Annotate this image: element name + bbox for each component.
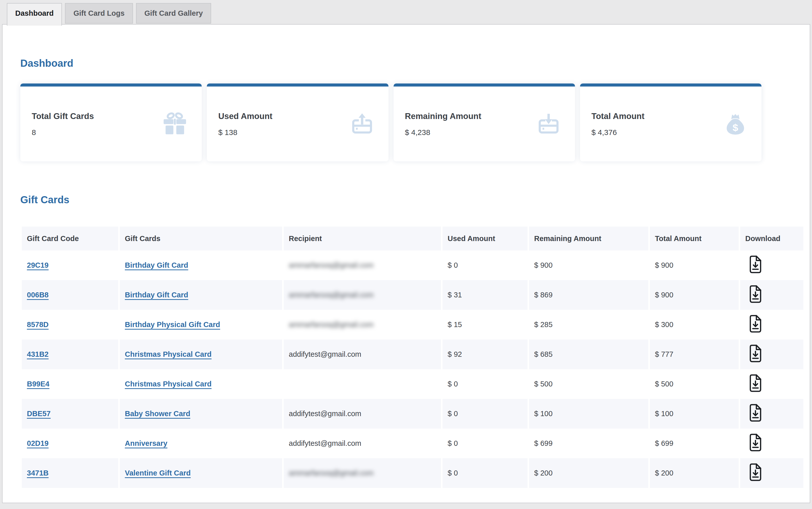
tab-gift-card-logs[interactable]: Gift Card Logs <box>65 3 133 24</box>
gift-card-name-link[interactable]: Baby Shower Card <box>125 410 190 418</box>
total-amount-cell: $ 900 <box>650 250 739 280</box>
gift-cards-table-body: 29C19Birthday Gift Cardammarfarooq@gmail… <box>22 250 803 488</box>
download-icon[interactable] <box>745 374 763 393</box>
recipient-email: ammarfarooq@gmail.com <box>289 320 374 329</box>
gift-card-code-link[interactable]: DBE57 <box>27 410 51 418</box>
gift-cards-heading: Gift Cards <box>3 195 810 205</box>
card-value: $ 4,238 <box>405 128 481 137</box>
used-amount-cell: $ 0 <box>443 250 528 280</box>
total-amount-cell: $ 200 <box>650 458 739 488</box>
table-row: 006B8Birthday Gift Cardammarfarooq@gmail… <box>22 280 803 310</box>
remaining-amount-cell: $ 500 <box>529 369 648 399</box>
download-icon[interactable] <box>745 344 763 363</box>
stat-card-used-amount: Used Amount $ 138 <box>207 83 388 161</box>
remaining-amount-cell: $ 685 <box>529 340 648 369</box>
gift-card-code-cell: DBE57 <box>22 399 118 429</box>
download-icon[interactable] <box>745 463 763 482</box>
col-header-recipient: Recipient <box>284 227 441 250</box>
gift-card-code-link[interactable]: 02D19 <box>27 439 48 447</box>
gift-card-code-cell: B99E4 <box>22 369 118 399</box>
gift-card-name-link[interactable]: Christmas Physical Card <box>125 380 212 388</box>
gift-card-code-link[interactable]: 431B2 <box>27 350 48 358</box>
used-amount-cell: $ 15 <box>443 310 528 340</box>
gift-card-name-link[interactable]: Anniversary <box>125 439 167 447</box>
gift-card-name-cell: Birthday Gift Card <box>120 280 282 310</box>
card-accent-bar <box>207 83 388 87</box>
gift-card-name-cell: Christmas Physical Card <box>120 340 282 369</box>
tab-gift-card-gallery[interactable]: Gift Card Gallery <box>136 3 211 24</box>
svg-text:$: $ <box>733 122 738 133</box>
recipient-email: ammarfarooq@gmail.com <box>289 469 374 477</box>
card-accent-bar <box>394 83 575 87</box>
gift-card-name-link[interactable]: Birthday Gift Card <box>125 261 188 269</box>
gift-card-code-link[interactable]: 006B8 <box>27 291 48 299</box>
stat-cards: Total Gift Cards 8 <box>20 83 762 161</box>
card-title: Total Amount <box>591 111 645 121</box>
gift-card-code-cell: 431B2 <box>22 340 118 369</box>
recipient-email: ammarfarooq@gmail.com <box>289 291 374 299</box>
remaining-amount-cell: $ 285 <box>529 310 648 340</box>
card-accent-bar <box>580 83 762 87</box>
stat-card-total-amount: Total Amount $ 4,376 $ <box>580 83 762 161</box>
table-row: 29C19Birthday Gift Cardammarfarooq@gmail… <box>22 250 803 280</box>
gift-cards-table: Gift Card Code Gift Cards Recipient Used… <box>20 227 805 488</box>
download-icon[interactable] <box>745 403 763 422</box>
download-cell <box>740 369 803 399</box>
total-amount-cell: $ 699 <box>650 429 739 458</box>
table-row: B99E4Christmas Physical Card$ 0$ 500$ 50… <box>22 369 803 399</box>
recipient-cell: addifytest@gmail.com <box>284 340 441 369</box>
recipient-cell <box>284 369 441 399</box>
card-value: $ 138 <box>218 128 272 137</box>
download-icon[interactable] <box>745 314 763 333</box>
gift-card-code-link[interactable]: 3471B <box>27 469 48 477</box>
card-title: Used Amount <box>218 111 272 121</box>
col-header-gift-cards: Gift Cards <box>120 227 282 250</box>
card-title: Total Gift Cards <box>32 111 94 121</box>
recipient-email: addifytest@gmail.com <box>289 350 361 358</box>
content-panel: Dashboard Total Gift Cards 8 <box>2 24 810 503</box>
recipient-email: addifytest@gmail.com <box>289 439 361 447</box>
recipient-cell: ammarfarooq@gmail.com <box>284 458 441 488</box>
gift-card-name-link[interactable]: Christmas Physical Card <box>125 350 212 358</box>
tab-dashboard[interactable]: Dashboard <box>7 3 62 26</box>
stat-card-total-gift-cards: Total Gift Cards 8 <box>20 83 202 161</box>
download-cell <box>740 340 803 369</box>
used-amount-cell: $ 31 <box>443 280 528 310</box>
total-amount-cell: $ 900 <box>650 280 739 310</box>
recipient-cell: addifytest@gmail.com <box>284 399 441 429</box>
box-arrow-down-icon <box>537 112 560 136</box>
table-row: DBE57Baby Shower Cardaddifytest@gmail.co… <box>22 399 803 429</box>
used-amount-cell: $ 0 <box>443 429 528 458</box>
recipient-email: addifytest@gmail.com <box>289 410 361 418</box>
stat-card-remaining-amount: Remaining Amount $ 4,238 <box>394 83 575 161</box>
dashboard-heading: Dashboard <box>3 25 810 68</box>
card-title: Remaining Amount <box>405 111 481 121</box>
used-amount-cell: $ 92 <box>443 340 528 369</box>
used-amount-cell: $ 0 <box>443 399 528 429</box>
recipient-cell: ammarfarooq@gmail.com <box>284 280 441 310</box>
gift-card-name-cell: Christmas Physical Card <box>120 369 282 399</box>
download-cell <box>740 280 803 310</box>
recipient-email: ammarfarooq@gmail.com <box>289 261 374 269</box>
gift-card-code-link[interactable]: 29C19 <box>27 261 48 269</box>
download-cell <box>740 250 803 280</box>
gift-card-code-link[interactable]: 8578D <box>27 320 48 329</box>
remaining-amount-cell: $ 100 <box>529 399 648 429</box>
gift-card-code-link[interactable]: B99E4 <box>27 380 49 388</box>
money-bag-icon: $ <box>724 113 747 135</box>
download-cell <box>740 429 803 458</box>
gift-card-name-link[interactable]: Birthday Physical Gift Card <box>125 320 220 329</box>
download-cell <box>740 310 803 340</box>
download-icon[interactable] <box>745 433 763 452</box>
tab-bar: DashboardGift Card LogsGift Card Gallery <box>0 0 812 21</box>
download-icon[interactable] <box>745 285 763 303</box>
total-amount-cell: $ 300 <box>650 310 739 340</box>
download-icon[interactable] <box>745 255 763 274</box>
total-amount-cell: $ 777 <box>650 340 739 369</box>
gift-card-code-cell: 006B8 <box>22 280 118 310</box>
gift-card-name-link[interactable]: Valentine Gift Card <box>125 469 191 477</box>
download-cell <box>740 399 803 429</box>
recipient-cell: addifytest@gmail.com <box>284 429 441 458</box>
gift-card-code-cell: 8578D <box>22 310 118 340</box>
gift-card-name-link[interactable]: Birthday Gift Card <box>125 291 188 299</box>
